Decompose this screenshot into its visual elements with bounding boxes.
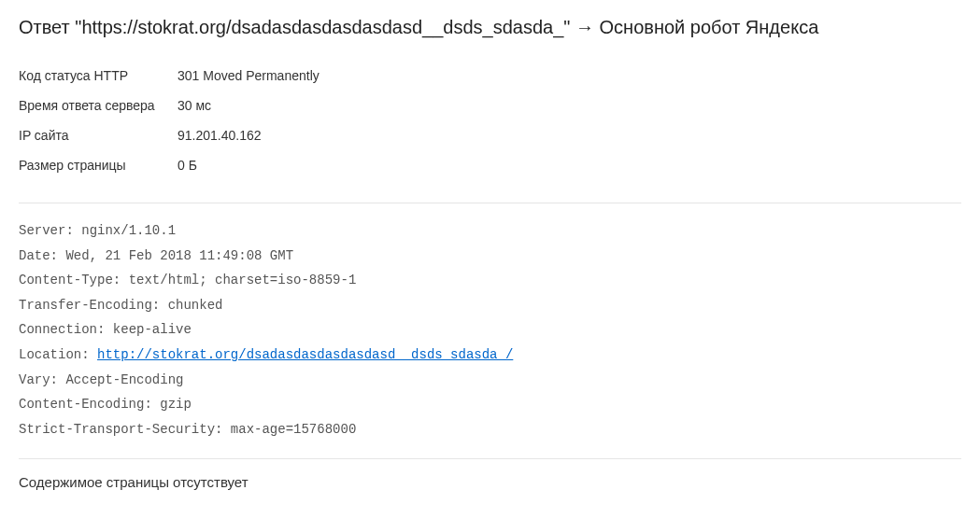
header-value: max-age=15768000: [231, 422, 356, 437]
info-label-ip: IP сайта: [19, 128, 178, 143]
header-line: Location: http://stokrat.org/dsadasdasda…: [19, 343, 961, 368]
info-value-size: 0 Б: [178, 158, 197, 173]
header-line: Vary: Accept-Encoding: [19, 368, 961, 393]
header-name: Content-Encoding: [19, 397, 144, 412]
info-value-response-time: 30 мс: [178, 98, 211, 113]
header-line: Server: nginx/1.10.1: [19, 218, 961, 244]
header-line: Strict-Transport-Security: max-age=15768…: [19, 417, 961, 442]
content-missing-message: Содержимое страницы отсутствует: [19, 474, 961, 490]
header-name: Strict-Transport-Security: [19, 422, 215, 437]
info-row: IP сайта 91.201.40.162: [19, 120, 961, 150]
info-row: Размер страницы 0 Б: [19, 150, 961, 180]
header-name: Location: [19, 347, 81, 362]
header-value: text/html; charset=iso-8859-1: [129, 273, 357, 287]
header-line: Connection: keep-alive: [19, 317, 961, 343]
divider: [19, 458, 961, 459]
info-label-response-time: Время ответа сервера: [19, 98, 178, 113]
header-value: Accept-Encoding: [65, 372, 183, 387]
header-name: Vary: [19, 372, 50, 387]
header-value: gzip: [160, 397, 192, 412]
title-prefix: Ответ ": [19, 17, 81, 37]
header-value: chunked: [168, 298, 223, 313]
header-line: Content-Encoding: gzip: [19, 392, 961, 417]
header-name: Transfer-Encoding: [19, 298, 152, 313]
header-name: Connection: [19, 322, 97, 337]
header-value: nginx/1.10.1: [81, 223, 176, 238]
location-link[interactable]: http://stokrat.org/dsadasdasdasdasdasd__…: [97, 347, 513, 362]
header-name: Content-Type: [19, 273, 113, 287]
page-title: Ответ "https://stokrat.org/dsadasdasdasd…: [19, 17, 961, 38]
divider: [19, 203, 961, 203]
info-value-ip: 91.201.40.162: [178, 128, 262, 143]
header-line: Content-Type: text/html; charset=iso-885…: [19, 268, 961, 293]
header-name: Date: [19, 248, 50, 263]
header-name: Server: [19, 223, 65, 238]
info-label-status: Код статуса HTTP: [19, 68, 178, 83]
header-value: Wed, 21 Feb 2018 11:49:08 GMT: [65, 248, 293, 263]
info-row: Код статуса HTTP 301 Moved Permanently: [19, 61, 961, 91]
http-headers: Server: nginx/1.10.1 Date: Wed, 21 Feb 2…: [19, 218, 961, 441]
info-label-size: Размер страницы: [19, 158, 178, 173]
title-url: https://stokrat.org/dsadasdasdasdasdasd_…: [81, 17, 563, 37]
header-line: Transfer-Encoding: chunked: [19, 293, 961, 318]
header-value: keep-alive: [113, 322, 192, 337]
info-table: Код статуса HTTP 301 Moved Permanently В…: [19, 61, 961, 180]
title-suffix: " → Основной робот Яндекса: [563, 17, 818, 37]
header-line: Date: Wed, 21 Feb 2018 11:49:08 GMT: [19, 244, 961, 269]
info-value-status: 301 Moved Permanently: [178, 68, 320, 83]
info-row: Время ответа сервера 30 мс: [19, 91, 961, 120]
